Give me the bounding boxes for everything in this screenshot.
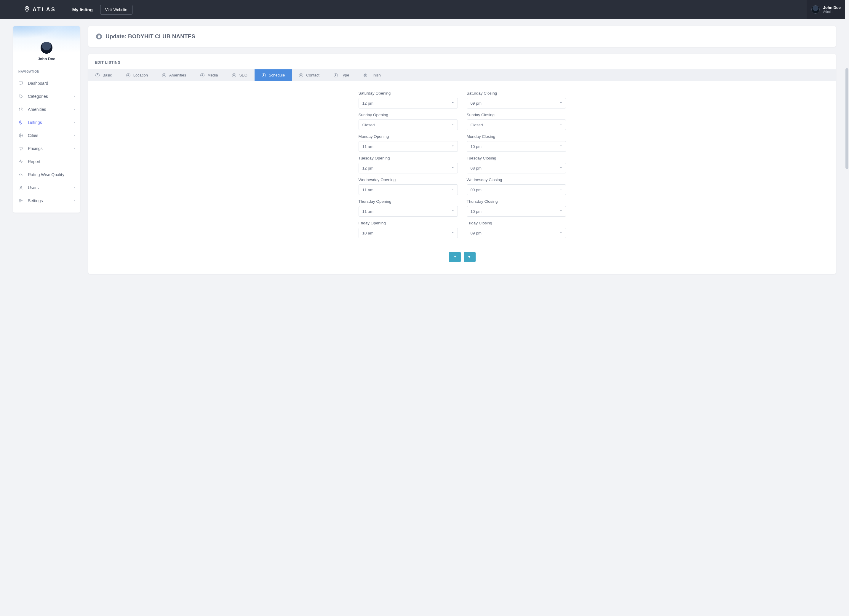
sidebar-item-label: Amenities	[28, 107, 46, 112]
arrow-left-icon	[453, 255, 457, 260]
gauge-icon	[18, 172, 24, 177]
label-wednesday-closing: Wednesday Closing	[467, 177, 566, 182]
tab-finish[interactable]: Finish	[356, 69, 388, 81]
avatar-icon	[811, 5, 820, 13]
globe-icon	[18, 133, 24, 138]
main: Update: BODYHIT CLUB NANTES EDIT LISTING…	[88, 26, 836, 274]
tab-basic[interactable]: Basic	[88, 69, 119, 81]
chevron-right-icon	[73, 146, 76, 151]
caret-down-icon	[451, 145, 454, 149]
tag-icon	[18, 94, 24, 99]
label-wednesday-opening: Wednesday Opening	[359, 177, 458, 182]
chevron-right-icon	[73, 107, 76, 112]
select-value: 09 pm	[471, 188, 482, 192]
svg-point-0	[26, 7, 28, 9]
tab-type[interactable]: Type	[326, 69, 356, 81]
svg-point-10	[22, 200, 22, 201]
svg-point-7	[20, 186, 21, 188]
step-nav	[106, 252, 818, 262]
select-value: 10 am	[362, 231, 374, 236]
tab-seo[interactable]: SEO	[225, 69, 254, 81]
select-thursday-opening[interactable]: 11 am	[359, 206, 458, 217]
tab-label: Media	[207, 73, 218, 78]
cart-icon	[18, 146, 24, 151]
sidebar-item-listings[interactable]: Listings	[13, 116, 80, 129]
select-value: Closed	[471, 123, 483, 127]
select-value: 12 pm	[362, 101, 374, 106]
caret-down-icon	[559, 231, 563, 236]
sidebar-item-label: Listings	[28, 120, 42, 125]
tab-label: Basic	[103, 73, 112, 78]
label-sunday-opening: Sunday Opening	[359, 113, 458, 117]
tab-label: Contact	[306, 73, 319, 78]
user-menu[interactable]: John Doe Admin	[807, 0, 849, 19]
next-step-button[interactable]	[464, 252, 476, 262]
caret-down-icon	[451, 231, 454, 236]
sidebar-item-categories[interactable]: Categories	[13, 90, 80, 103]
topbar: ATLAS My listing Visit Website John Doe …	[0, 0, 849, 19]
select-sunday-opening[interactable]: Closed	[359, 119, 458, 130]
select-tuesday-closing[interactable]: 08 pm	[467, 163, 566, 173]
label-friday-closing: Friday Closing	[467, 221, 566, 225]
arrow-right-icon	[468, 255, 472, 260]
brand-text: ATLAS	[33, 6, 56, 13]
tab-label: Type	[341, 73, 349, 78]
label-thursday-opening: Thursday Opening	[359, 199, 458, 204]
svg-point-3	[20, 122, 21, 122]
tab-label: Amenities	[169, 73, 186, 78]
tab-dot-icon	[95, 73, 100, 78]
select-value: 11 am	[362, 209, 374, 214]
monitor-icon	[18, 81, 24, 86]
panel-title: EDIT LISTING	[88, 60, 836, 69]
chevron-right-icon	[73, 198, 76, 203]
visit-website-button[interactable]: Visit Website	[100, 5, 133, 15]
sidebar-item-rating[interactable]: Rating Wise Quality	[13, 168, 80, 181]
select-wednesday-opening[interactable]: 11 am	[359, 184, 458, 195]
sliders-icon	[18, 198, 24, 203]
select-friday-closing[interactable]: 09 pm	[467, 228, 566, 238]
select-wednesday-closing[interactable]: 09 pm	[467, 184, 566, 195]
scrollbar[interactable]	[845, 0, 849, 616]
select-monday-opening[interactable]: 11 am	[359, 141, 458, 152]
tab-amenities[interactable]: Amenities	[155, 69, 193, 81]
tab-dot-icon	[162, 73, 166, 78]
select-tuesday-opening[interactable]: 12 pm	[359, 163, 458, 173]
sidebar-item-settings[interactable]: Settings	[13, 194, 80, 207]
pin-icon	[18, 120, 24, 125]
tab-dot-icon	[262, 73, 266, 78]
sidebar-item-users[interactable]: Users	[13, 181, 80, 194]
label-saturday-closing: Saturday Closing	[467, 91, 566, 95]
page-title: Update: BODYHIT CLUB NANTES	[106, 33, 195, 40]
label-monday-closing: Monday Closing	[467, 134, 566, 139]
caret-down-icon	[451, 209, 454, 214]
select-value: 09 pm	[471, 231, 482, 236]
tab-media[interactable]: Media	[193, 69, 225, 81]
tab-schedule[interactable]: Schedule	[255, 69, 292, 81]
select-thursday-closing[interactable]: 10 pm	[467, 206, 566, 217]
user-role: Admin	[823, 10, 841, 13]
tab-label: Location	[133, 73, 148, 78]
sidebar-item-pricings[interactable]: Pricings	[13, 142, 80, 155]
sidebar-item-report[interactable]: Report	[13, 155, 80, 168]
page-title-prefix: Update:	[106, 33, 128, 39]
sidebar-item-cities[interactable]: Cities	[13, 129, 80, 142]
sidebar-item-dashboard[interactable]: Dashboard	[13, 77, 80, 90]
tab-label: SEO	[239, 73, 247, 78]
prev-step-button[interactable]	[449, 252, 461, 262]
tab-contact[interactable]: Contact	[292, 69, 326, 81]
label-saturday-opening: Saturday Opening	[359, 91, 458, 95]
svg-point-6	[22, 150, 22, 150]
select-value: 10 pm	[471, 145, 482, 149]
select-sunday-closing[interactable]: Closed	[467, 119, 566, 130]
chevron-right-icon	[73, 133, 76, 138]
select-monday-closing[interactable]: 10 pm	[467, 141, 566, 152]
chevron-right-icon	[73, 185, 76, 190]
select-friday-opening[interactable]: 10 am	[359, 228, 458, 238]
label-friday-opening: Friday Opening	[359, 221, 458, 225]
my-listing-link[interactable]: My listing	[72, 7, 93, 12]
select-saturday-opening[interactable]: 12 pm	[359, 98, 458, 109]
sidebar-item-amenities[interactable]: Amenities	[13, 103, 80, 116]
tab-location[interactable]: Location	[119, 69, 155, 81]
sidebar-header: John Doe	[13, 26, 80, 65]
select-saturday-closing[interactable]: 09 pm	[467, 98, 566, 109]
